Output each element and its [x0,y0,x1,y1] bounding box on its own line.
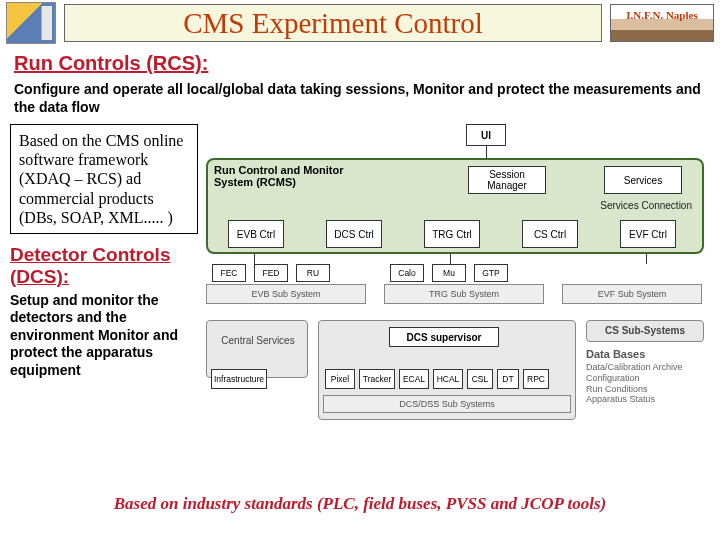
trg-subsystem-label: TRG Sub System [384,284,544,304]
cms-logo-icon [6,2,56,44]
calo-box: Calo [390,264,424,282]
ui-box: UI [466,124,506,146]
ru-box: RU [296,264,330,282]
ecal-box: ECAL [399,369,429,389]
pixel-box: Pixel [325,369,355,389]
connector [486,146,487,158]
title-box: CMS Experiment Control [64,4,602,42]
gtp-box: GTP [474,264,508,282]
framework-text: Based on the CMS online software framewo… [10,124,198,234]
slide-header: CMS Experiment Control I.N.F.N. Naples [0,0,720,46]
tracker-box: Tracker [359,369,395,389]
rcs-description: Configure and operate all local/global d… [0,77,720,124]
evb-ctrl-box: EVB Ctrl [228,220,284,248]
evf-subsystem-label: EVF Sub System [562,284,702,304]
page-title: CMS Experiment Control [183,7,483,40]
connector [646,254,647,264]
dcs-description: Setup and monitor the detectors and the … [10,292,198,380]
cs-subsystems-label: CS Sub-Systems [587,325,703,336]
dcs-supervisor-group: DCS supervisor Infrastructure Pixel Trac… [318,320,576,420]
rcs-heading: Run Controls (RCS): [0,46,720,77]
right-column: UI Run Control and Monitor System (RCMS)… [206,124,710,484]
content-columns: Based on the CMS online software framewo… [0,124,720,484]
left-column: Based on the CMS online software framewo… [10,124,198,484]
connector [450,254,451,264]
dcs-ctrl-box: DCS Ctrl [326,220,382,248]
hcal-box: HCAL [433,369,463,389]
rpc-box: RPC [523,369,549,389]
dcs-supervisor-box: DCS supervisor [389,327,499,347]
cs-subsystems-group: CS Sub-Systems [586,320,704,342]
databases-heading: Data Bases [586,348,645,361]
databases-items: Data/Calibration Archive Configuration R… [586,362,683,405]
connector [254,254,255,264]
fec-box: FEC [212,264,246,282]
affiliation-text: I.N.F.N. Naples [626,9,697,21]
evf-ctrl-box: EVF Ctrl [620,220,676,248]
rcms-group: Run Control and Monitor System (RCMS) Se… [206,158,704,254]
services-box: Services [604,166,682,194]
architecture-diagram: UI Run Control and Monitor System (RCMS)… [206,124,710,484]
dcs-heading: Detector Controls (DCS): [10,234,198,292]
evb-subsystem-label: EVB Sub System [206,284,366,304]
affiliation-box: I.N.F.N. Naples [610,4,714,42]
dt-box: DT [497,369,519,389]
fed-box: FED [254,264,288,282]
infrastructure-box: Infrastructure [211,369,267,389]
central-services-label: Central Services [213,335,303,346]
trg-ctrl-box: TRG Ctrl [424,220,480,248]
footer-text: Based on industry standards (PLC, field … [0,484,720,514]
services-connection-label: Services Connection [600,200,692,211]
rcms-label: Run Control and Monitor System (RCMS) [214,164,344,188]
csl-box: CSL [467,369,493,389]
mu-box: Mu [432,264,466,282]
cs-ctrl-box: CS Ctrl [522,220,578,248]
session-manager-box: Session Manager [468,166,546,194]
dcs-dss-label: DCS/DSS Sub Systems [323,395,571,413]
